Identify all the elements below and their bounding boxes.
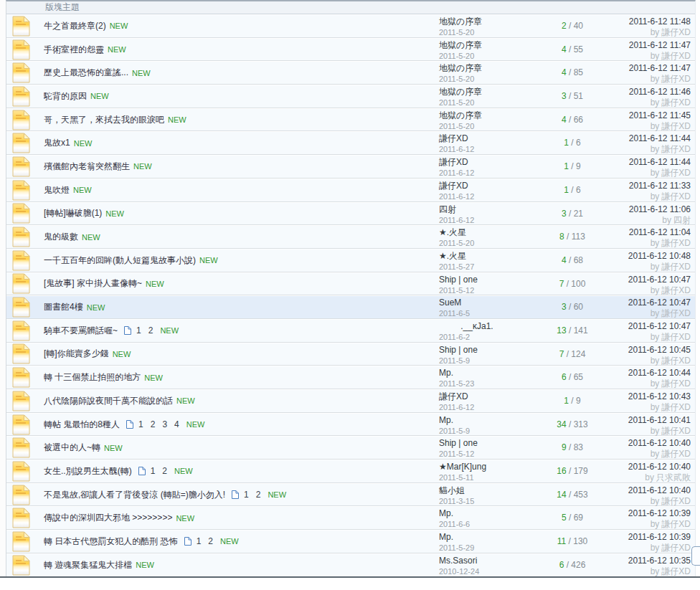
lastpost-user-link[interactable]: 謙仔XD xyxy=(661,51,691,61)
author-link[interactable]: 地獄の序章 xyxy=(439,63,539,73)
lastpost-user-link[interactable]: 謙仔XD xyxy=(661,566,691,576)
thread-title-link[interactable]: 鬼的級數 xyxy=(44,231,78,243)
author-link[interactable]: 四射 xyxy=(439,204,539,214)
author-link[interactable]: ★Mar[K]ung xyxy=(439,462,539,472)
page-link[interactable]: 2 xyxy=(151,419,156,429)
author-link[interactable]: 地獄の序章 xyxy=(439,40,539,50)
lastpost-time-link[interactable]: 2011-6-12 10:47 xyxy=(605,298,691,308)
lastpost-time-link[interactable]: 2011-6-12 11:06 xyxy=(605,204,691,214)
lastpost-user-link[interactable]: 只求貮敗 xyxy=(656,472,691,482)
page-link[interactable]: 2 xyxy=(162,466,167,476)
lastpost-user-link[interactable]: 謙仔XD xyxy=(661,449,691,459)
lastpost-user-link[interactable]: 謙仔XD xyxy=(661,27,691,37)
lastpost-user-link[interactable]: 謙仔XD xyxy=(661,543,691,553)
author-link[interactable]: 謙仔XD xyxy=(439,181,539,191)
author-link[interactable]: Ms.Sasori xyxy=(439,556,539,566)
page-link[interactable]: 1 xyxy=(244,490,249,500)
lastpost-user-link[interactable]: 謙仔XD xyxy=(661,74,691,84)
lastpost-time-link[interactable]: 2011-6-12 11:47 xyxy=(605,40,691,50)
lastpost-user-link[interactable]: 四射 xyxy=(673,215,691,225)
thread-title-link[interactable]: [轉帖]嚇破膽(1) xyxy=(44,207,102,219)
lastpost-user-link[interactable]: 謙仔XD xyxy=(661,402,691,412)
lastpost-user-link[interactable]: 謙仔XD xyxy=(661,238,691,248)
author-link[interactable]: 地獄の序章 xyxy=(439,110,539,120)
lastpost-time-link[interactable]: 2011-6-12 10:44 xyxy=(605,368,691,378)
thread-title-link[interactable]: 轉帖 鬼最怕的8種人 xyxy=(44,419,120,431)
author-link[interactable]: 謙仔XD xyxy=(439,133,539,143)
thread-title-link[interactable]: 圖書館4樓 xyxy=(44,301,83,313)
page-link[interactable]: 1 xyxy=(197,536,202,546)
thread-title-link[interactable]: 八代陰陽師說夜間千萬不能說的話 xyxy=(44,395,173,407)
lastpost-time-link[interactable]: 2011-6-12 10:40 xyxy=(605,438,691,448)
lastpost-time-link[interactable]: 2011-6-12 10:47 xyxy=(605,275,691,285)
lastpost-time-link[interactable]: 2011-6-12 11:46 xyxy=(605,87,691,97)
author-link[interactable]: Mp. xyxy=(439,368,539,378)
lastpost-user-link[interactable]: 謙仔XD xyxy=(661,144,691,154)
lastpost-time-link[interactable]: 2011-6-12 11:04 xyxy=(605,227,691,237)
lastpost-time-link[interactable]: 2011-6-12 11:45 xyxy=(605,110,691,120)
author-link[interactable]: 謙仔XD xyxy=(439,391,539,401)
lastpost-time-link[interactable]: 2011-6-12 11:33 xyxy=(605,181,691,191)
page-link[interactable]: 1 xyxy=(136,325,141,336)
lastpost-user-link[interactable]: 謙仔XD xyxy=(661,332,691,342)
lastpost-user-link[interactable]: 謙仔XD xyxy=(661,285,691,295)
thread-title-link[interactable]: 一千五百年的回眸(動人短篇鬼故事小說) xyxy=(44,254,196,267)
thread-title-link[interactable]: 歷史上最恐怖的童謠... xyxy=(44,67,128,79)
lastpost-time-link[interactable]: 2011-6-12 10:40 xyxy=(605,462,691,472)
thread-title-link[interactable]: 鬼故x1 xyxy=(44,137,70,149)
lastpost-user-link[interactable]: 謙仔XD xyxy=(661,97,691,108)
thread-title-link[interactable]: 被選中的人~轉 xyxy=(44,442,100,454)
author-link[interactable]: ゞ.__κJa1. xyxy=(439,321,539,331)
lastpost-user-link[interactable]: 謙仔XD xyxy=(661,262,691,272)
page-link[interactable]: 2 xyxy=(256,490,261,500)
author-link[interactable]: Ship | one xyxy=(439,345,539,355)
lastpost-user-link[interactable]: 謙仔XD xyxy=(661,379,691,389)
author-link[interactable]: Ship | one xyxy=(439,438,539,448)
thread-title-link[interactable]: 女生..別說男生太醜(轉) xyxy=(44,465,132,477)
thread-title-link[interactable]: 哥，天黑了，來拭去我的眼淚吧 xyxy=(44,114,164,126)
lastpost-time-link[interactable]: 2011-6-12 10:40 xyxy=(605,485,691,495)
thread-title-link[interactable]: 轉 遊魂聚集猛鬼大排檔 xyxy=(44,559,132,571)
author-link[interactable]: ★.火星 xyxy=(439,251,539,261)
lastpost-user-link[interactable]: 謙仔XD xyxy=(661,426,691,436)
thread-title-link[interactable]: 轉 十三個禁止拍照的地方 xyxy=(44,371,141,384)
lastpost-time-link[interactable]: 2011-6-12 10:48 xyxy=(605,251,691,261)
author-link[interactable]: 謙仔XD xyxy=(439,157,539,167)
page-link[interactable]: 1 xyxy=(138,419,143,429)
lastpost-user-link[interactable]: 謙仔XD xyxy=(661,519,691,529)
lastpost-user-link[interactable]: 謙仔XD xyxy=(661,308,691,318)
author-link[interactable]: Mp. xyxy=(439,508,539,518)
author-link[interactable]: Ship | one xyxy=(439,275,539,285)
thread-title-link[interactable]: 不是鬼故,卻讓人看了背後發涼 (轉貼=)膽小勿入! xyxy=(44,489,225,501)
lastpost-time-link[interactable]: 2011-6-12 10:39 xyxy=(605,508,691,518)
lastpost-time-link[interactable]: 2011-6-12 10:35 xyxy=(605,556,691,566)
lastpost-time-link[interactable]: 2011-6-12 11:48 xyxy=(605,16,691,27)
author-link[interactable]: 地獄の序章 xyxy=(439,87,539,97)
lastpost-time-link[interactable]: 2011-6-12 11:47 xyxy=(605,63,691,73)
lastpost-user-link[interactable]: 謙仔XD xyxy=(661,496,691,506)
thread-title-link[interactable]: 殯儀館內老翁突然翻生 xyxy=(44,161,130,173)
lastpost-time-link[interactable]: 2011-6-12 11:44 xyxy=(605,133,691,143)
thread-title-link[interactable]: 鬼吹燈 xyxy=(44,184,70,196)
author-link[interactable]: 貓小姐 xyxy=(439,485,539,495)
lastpost-time-link[interactable]: 2011-6-12 10:41 xyxy=(605,415,691,425)
author-link[interactable]: 地獄の序章 xyxy=(439,16,539,27)
thread-title-link[interactable]: 騎車不要罵髒話喔~ xyxy=(44,325,118,337)
thread-title-link[interactable]: 牛之首最終章(2) xyxy=(44,20,106,32)
lastpost-user-link[interactable]: 謙仔XD xyxy=(661,356,691,366)
page-link[interactable]: 3 xyxy=(162,419,167,429)
lastpost-time-link[interactable]: 2011-6-12 10:47 xyxy=(605,321,691,331)
page-link[interactable]: 2 xyxy=(208,536,213,546)
lastpost-time-link[interactable]: 2011-6-12 11:44 xyxy=(605,157,691,167)
page-link[interactable]: 1 xyxy=(151,466,156,476)
lastpost-time-link[interactable]: 2011-6-12 10:45 xyxy=(605,345,691,355)
lastpost-user-link[interactable]: 謙仔XD xyxy=(661,168,691,178)
thread-title-link[interactable]: 傳說中的深圳四大邪地 >>>>>>>> xyxy=(44,512,172,524)
lastpost-time-link[interactable]: 2011-6-12 10:43 xyxy=(605,391,691,401)
page-link[interactable]: 4 xyxy=(174,419,179,429)
author-link[interactable]: Mp. xyxy=(439,415,539,425)
lastpost-time-link[interactable]: 2011-6-12 10:39 xyxy=(605,532,691,542)
lastpost-user-link[interactable]: 謙仔XD xyxy=(661,191,691,201)
thread-title-link[interactable]: [轉]你能賣多少錢 xyxy=(44,348,109,360)
author-link[interactable]: SueM xyxy=(439,298,539,308)
